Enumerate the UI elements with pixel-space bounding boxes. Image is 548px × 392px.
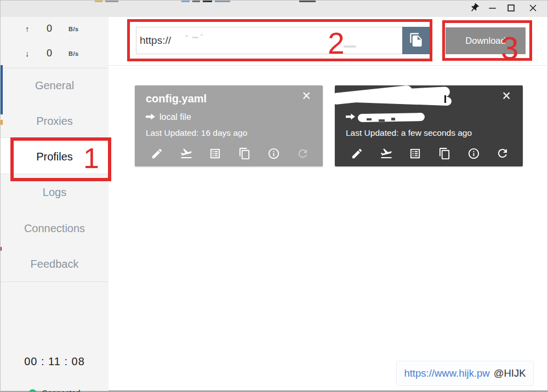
redaction-remnant bbox=[391, 118, 395, 120]
copy-file-icon bbox=[409, 32, 424, 49]
refresh-icon[interactable] bbox=[295, 146, 310, 160]
redaction-smudge bbox=[344, 45, 356, 48]
redaction-remnant bbox=[444, 95, 446, 103]
connection-status-label: Connected bbox=[42, 389, 80, 392]
details-list-icon[interactable] bbox=[208, 146, 222, 160]
redaction-smudge bbox=[201, 34, 203, 36]
screen-edge-artifact bbox=[203, 1, 212, 2]
close-button[interactable] bbox=[525, 2, 541, 16]
screen-edge-artifact bbox=[1, 247, 2, 251]
profile-card-local[interactable]: config.yaml × local file Last Updated: 1… bbox=[135, 85, 323, 166]
maximize-icon bbox=[506, 3, 517, 16]
copy-icon[interactable] bbox=[237, 146, 252, 160]
screen-edge-artifact bbox=[181, 1, 190, 2]
download-speed-value: 0 bbox=[47, 48, 52, 59]
download-button[interactable]: Download bbox=[446, 27, 526, 54]
upload-speed: ↑ 0 B/s bbox=[1, 22, 109, 37]
redaction-remnant bbox=[379, 119, 385, 122]
watermark-link[interactable]: https://www.hijk.pw bbox=[404, 367, 489, 379]
upload-arrow-icon: ↑ bbox=[25, 24, 30, 33]
profile-card-remote[interactable]: × Last Updated: a few seconds ago bbox=[335, 85, 523, 166]
profile-source: local file bbox=[146, 112, 191, 122]
download-arrow-icon: ↓ bbox=[25, 49, 30, 58]
connection-status: Connected bbox=[1, 389, 109, 392]
close-icon bbox=[528, 3, 539, 16]
profile-actions bbox=[142, 146, 317, 160]
details-list-icon[interactable] bbox=[408, 146, 423, 160]
redaction-smudge bbox=[185, 35, 188, 37]
paste-url-button[interactable] bbox=[402, 27, 430, 54]
sidebar-item-proxies[interactable]: Proxies bbox=[1, 103, 109, 139]
profile-url-input[interactable]: https:// bbox=[136, 27, 402, 54]
close-profile-icon[interactable]: × bbox=[302, 89, 311, 103]
screen-edge-artifact bbox=[105, 1, 118, 2]
sidebar-item-logs[interactable]: Logs bbox=[1, 175, 109, 210]
profile-actions bbox=[342, 146, 517, 160]
url-input-value: https:// bbox=[140, 34, 171, 47]
flight-land-icon[interactable] bbox=[179, 146, 193, 160]
upload-speed-value: 0 bbox=[47, 23, 52, 34]
edit-icon[interactable] bbox=[350, 146, 364, 160]
sidebar-item-feedback[interactable]: Feedback bbox=[1, 246, 109, 282]
redaction-remnant bbox=[367, 118, 372, 120]
source-arrow-icon bbox=[146, 112, 155, 122]
upload-speed-unit: B/s bbox=[68, 26, 79, 32]
close-profile-icon[interactable]: × bbox=[502, 89, 511, 103]
watermark-badge: https://www.hijk.pw @HIJK bbox=[396, 361, 534, 386]
info-icon[interactable] bbox=[466, 146, 481, 160]
watermark-handle: @HIJK bbox=[494, 367, 526, 379]
download-button-label: Download bbox=[465, 36, 505, 46]
copy-icon[interactable] bbox=[437, 146, 452, 160]
sidebar: ↑ 0 B/s ↓ 0 B/s General Proxies Profiles… bbox=[1, 17, 109, 391]
sidebar-item-profiles[interactable]: Profiles bbox=[1, 139, 109, 175]
minimize-icon bbox=[487, 3, 498, 16]
toolbar-divider bbox=[109, 65, 548, 66]
profile-last-updated: Last Updated: a few seconds ago bbox=[346, 128, 472, 138]
minimize-button[interactable] bbox=[484, 2, 501, 16]
screen-edge-artifact bbox=[299, 1, 316, 2]
screen-edge-artifact bbox=[95, 1, 102, 2]
flight-land-icon[interactable] bbox=[379, 146, 393, 160]
refresh-icon[interactable] bbox=[495, 146, 510, 160]
pin-icon bbox=[469, 3, 480, 15]
redaction-smudge bbox=[192, 37, 198, 38]
screen-edge-artifact bbox=[192, 1, 200, 2]
app-window: ↑ 0 B/s ↓ 0 B/s General Proxies Profiles… bbox=[0, 0, 548, 392]
titlebar bbox=[1, 1, 547, 17]
sidebar-item-general[interactable]: General bbox=[1, 68, 109, 103]
profile-source-label: local file bbox=[159, 112, 191, 122]
screen-edge-artifact bbox=[1, 65, 3, 114]
uptime-timer: 00 : 11 : 08 bbox=[1, 355, 109, 368]
profile-last-updated: Last Updated: 16 days ago bbox=[146, 128, 247, 138]
info-icon[interactable] bbox=[266, 146, 281, 160]
sidebar-item-connections[interactable]: Connections bbox=[1, 211, 109, 246]
profile-name: config.yaml bbox=[146, 93, 207, 105]
screen-edge-artifact bbox=[215, 1, 230, 2]
pin-button[interactable] bbox=[466, 2, 482, 16]
edit-icon[interactable] bbox=[150, 146, 164, 160]
download-speed: ↓ 0 B/s bbox=[1, 47, 109, 61]
connected-dot-icon bbox=[28, 389, 37, 392]
sidebar-divider bbox=[1, 281, 109, 282]
download-speed-unit: B/s bbox=[68, 50, 79, 57]
maximize-button[interactable] bbox=[503, 2, 520, 16]
source-arrow-icon bbox=[346, 112, 355, 122]
screen-edge-artifact bbox=[1, 120, 3, 125]
